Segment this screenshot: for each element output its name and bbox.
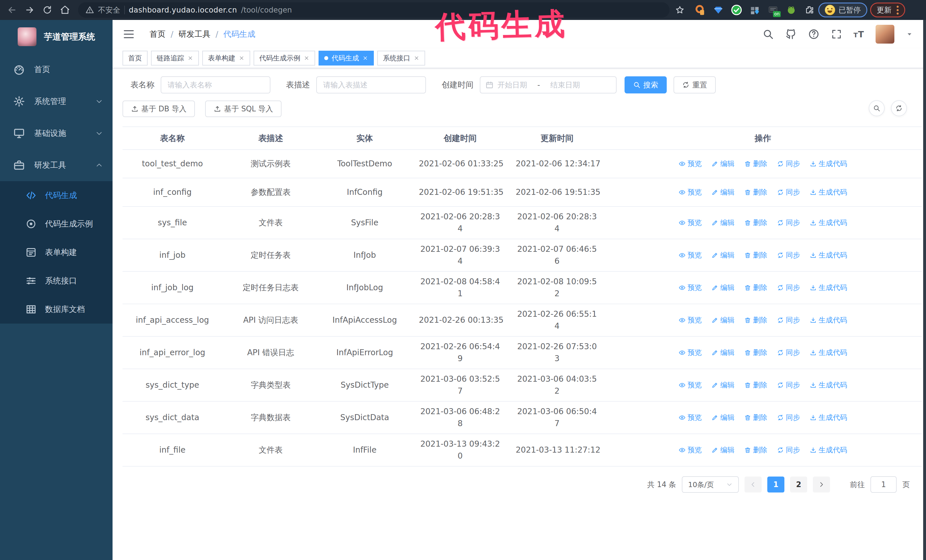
row-action-preview[interactable]: 预览 bbox=[679, 379, 702, 391]
sidebar-item-infra[interactable]: 基础设施 bbox=[0, 117, 112, 149]
row-action-generate[interactable]: 生成代码 bbox=[810, 444, 847, 456]
hamburger-icon[interactable] bbox=[123, 28, 135, 40]
browser-back-button[interactable] bbox=[5, 3, 20, 17]
row-action-sync[interactable]: 同步 bbox=[777, 186, 800, 198]
row-action-preview[interactable]: 预览 bbox=[679, 314, 702, 326]
row-action-delete[interactable]: 删除 bbox=[744, 347, 767, 359]
row-action-edit[interactable]: 编辑 bbox=[711, 186, 735, 198]
row-action-sync[interactable]: 同步 bbox=[777, 282, 800, 294]
browser-menu-icon[interactable] bbox=[897, 6, 899, 15]
row-action-edit[interactable]: 编辑 bbox=[711, 282, 735, 294]
sidebar-item-codegen-example[interactable]: 代码生成示例 bbox=[0, 210, 112, 238]
table-name-input[interactable] bbox=[161, 76, 270, 94]
row-action-delete[interactable]: 删除 bbox=[744, 379, 767, 391]
address-bar[interactable]: 不安全 dashboard.yudao.iocoder.cn/tool/code… bbox=[78, 2, 670, 18]
browser-reload-button[interactable] bbox=[40, 3, 55, 17]
row-action-edit[interactable]: 编辑 bbox=[711, 347, 735, 359]
prev-page-button[interactable] bbox=[744, 477, 762, 492]
row-action-sync[interactable]: 同步 bbox=[777, 314, 800, 326]
row-action-generate[interactable]: 生成代码 bbox=[810, 282, 847, 294]
extension-icon-6[interactable] bbox=[785, 4, 797, 16]
help-icon[interactable] bbox=[808, 29, 819, 40]
breadcrumb-section[interactable]: 研发工具 bbox=[179, 29, 210, 39]
row-action-edit[interactable]: 编辑 bbox=[711, 379, 735, 391]
page-button-2[interactable]: 2 bbox=[790, 477, 807, 492]
row-action-sync[interactable]: 同步 bbox=[777, 379, 800, 391]
font-size-icon[interactable]: TT bbox=[853, 29, 864, 39]
profile-chip[interactable]: 已暂停 bbox=[818, 3, 867, 17]
row-action-sync[interactable]: 同步 bbox=[777, 249, 800, 261]
row-action-delete[interactable]: 删除 bbox=[744, 158, 767, 170]
row-action-generate[interactable]: 生成代码 bbox=[810, 347, 847, 359]
row-action-delete[interactable]: 删除 bbox=[744, 217, 767, 229]
tab-system-api[interactable]: 系统接口 bbox=[377, 51, 425, 65]
page-button-1[interactable]: 1 bbox=[767, 477, 784, 492]
row-action-preview[interactable]: 预览 bbox=[679, 347, 702, 359]
row-action-preview[interactable]: 预览 bbox=[679, 444, 702, 456]
row-action-generate[interactable]: 生成代码 bbox=[810, 217, 847, 229]
row-action-preview[interactable]: 预览 bbox=[679, 282, 702, 294]
tab-tracing[interactable]: 链路追踪 bbox=[151, 51, 199, 65]
search-button[interactable]: 搜索 bbox=[625, 76, 667, 94]
row-action-generate[interactable]: 生成代码 bbox=[810, 379, 847, 391]
browser-home-button[interactable] bbox=[57, 3, 73, 17]
search-icon[interactable] bbox=[763, 29, 774, 40]
row-action-generate[interactable]: 生成代码 bbox=[810, 412, 847, 424]
row-action-sync[interactable]: 同步 bbox=[777, 217, 800, 229]
row-action-preview[interactable]: 预览 bbox=[679, 158, 702, 170]
import-db-button[interactable]: 基于 DB 导入 bbox=[123, 101, 195, 117]
row-action-generate[interactable]: 生成代码 bbox=[810, 314, 847, 326]
row-action-generate[interactable]: 生成代码 bbox=[810, 186, 847, 198]
import-sql-button[interactable]: 基于 SQL 导入 bbox=[205, 101, 281, 117]
close-icon[interactable] bbox=[414, 55, 419, 61]
row-action-preview[interactable]: 预览 bbox=[679, 249, 702, 261]
browser-update-button[interactable]: 更新 bbox=[870, 3, 905, 17]
row-action-delete[interactable]: 删除 bbox=[744, 444, 767, 456]
sidebar-item-codegen[interactable]: 代码生成 bbox=[0, 181, 112, 210]
github-icon[interactable] bbox=[785, 29, 797, 40]
sidebar-item-system[interactable]: 系统管理 bbox=[0, 86, 112, 117]
avatar-caret-down-icon[interactable] bbox=[906, 30, 913, 38]
row-action-generate[interactable]: 生成代码 bbox=[810, 158, 847, 170]
row-action-edit[interactable]: 编辑 bbox=[711, 158, 735, 170]
row-action-sync[interactable]: 同步 bbox=[777, 347, 800, 359]
row-action-sync[interactable]: 同步 bbox=[777, 444, 800, 456]
row-action-preview[interactable]: 预览 bbox=[679, 217, 702, 229]
breadcrumb-home[interactable]: 首页 bbox=[150, 29, 165, 39]
extension-icon-4[interactable] bbox=[749, 4, 761, 16]
row-action-edit[interactable]: 编辑 bbox=[711, 314, 735, 326]
row-action-sync[interactable]: 同步 bbox=[777, 158, 800, 170]
bookmark-star-icon[interactable] bbox=[672, 3, 687, 17]
row-action-edit[interactable]: 编辑 bbox=[711, 412, 735, 424]
row-action-edit[interactable]: 编辑 bbox=[711, 249, 735, 261]
sidebar-item-home[interactable]: 首页 bbox=[0, 54, 112, 86]
next-page-button[interactable] bbox=[813, 477, 830, 492]
avatar[interactable] bbox=[876, 25, 894, 44]
sidebar-item-system-api[interactable]: 系统接口 bbox=[0, 267, 112, 295]
close-icon[interactable] bbox=[304, 55, 309, 61]
reset-button[interactable]: 重置 bbox=[673, 76, 716, 94]
row-action-delete[interactable]: 删除 bbox=[744, 282, 767, 294]
extension-icon-3[interactable] bbox=[731, 4, 743, 16]
row-action-generate[interactable]: 生成代码 bbox=[810, 249, 847, 261]
tab-codegen-example[interactable]: 代码生成示例 bbox=[254, 51, 315, 65]
row-action-preview[interactable]: 预览 bbox=[679, 412, 702, 424]
row-action-delete[interactable]: 删除 bbox=[744, 186, 767, 198]
date-range-input[interactable]: 开始日期 - 结束日期 bbox=[480, 76, 617, 94]
tab-home[interactable]: 首页 bbox=[123, 51, 148, 65]
goto-page-input[interactable] bbox=[870, 476, 897, 493]
row-action-delete[interactable]: 删除 bbox=[744, 412, 767, 424]
row-action-preview[interactable]: 预览 bbox=[679, 186, 702, 198]
toggle-search-button[interactable] bbox=[869, 100, 885, 116]
close-icon[interactable] bbox=[239, 55, 244, 61]
sidebar-item-form-builder[interactable]: 表单构建 bbox=[0, 238, 112, 267]
row-action-delete[interactable]: 删除 bbox=[744, 249, 767, 261]
extensions-puzzle-icon[interactable] bbox=[803, 4, 816, 16]
browser-forward-button[interactable] bbox=[22, 3, 37, 17]
extension-icon-2[interactable] bbox=[712, 4, 724, 16]
extension-icon-5[interactable]: on bbox=[767, 4, 779, 16]
sidebar-item-devtools[interactable]: 研发工具 bbox=[0, 149, 112, 181]
row-action-delete[interactable]: 删除 bbox=[744, 314, 767, 326]
extension-icon-1[interactable] bbox=[694, 4, 706, 16]
row-action-edit[interactable]: 编辑 bbox=[711, 217, 735, 229]
